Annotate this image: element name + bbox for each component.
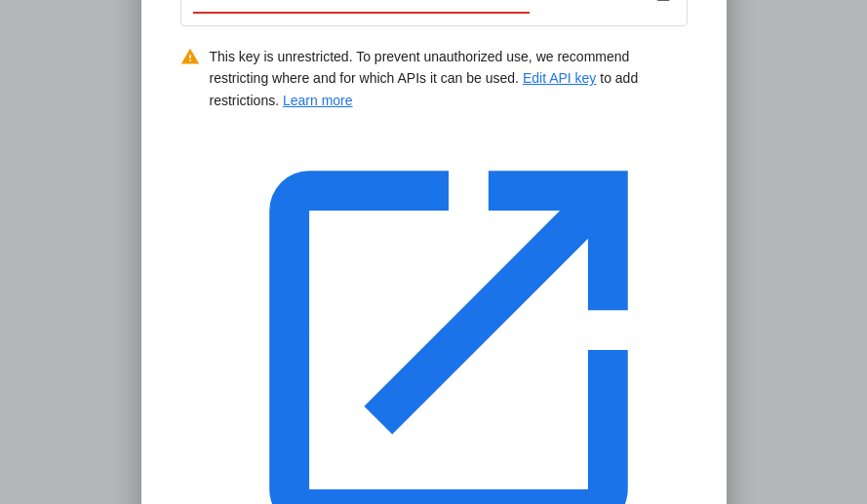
- warning-section: This key is unrestricted. To prevent una…: [180, 46, 688, 504]
- learn-more-link[interactable]: Learn more: [210, 93, 688, 504]
- warning-icon: [180, 47, 200, 66]
- modal-dialog: API key created Use this key in your app…: [141, 0, 727, 504]
- warning-text: This key is unrestricted. To prevent una…: [210, 46, 688, 504]
- copy-button[interactable]: [646, 0, 675, 6]
- copy-icon: [650, 0, 671, 2]
- external-link-icon: [210, 111, 688, 504]
- edit-api-key-link[interactable]: Edit API key: [523, 70, 596, 86]
- api-key-error-underline: [193, 12, 531, 14]
- api-key-field-wrapper: [193, 0, 675, 6]
- learn-more-text: Learn more: [283, 93, 353, 108]
- api-key-container: Your API key: [180, 0, 688, 26]
- modal-overlay: API key created Use this key in your app…: [0, 0, 867, 504]
